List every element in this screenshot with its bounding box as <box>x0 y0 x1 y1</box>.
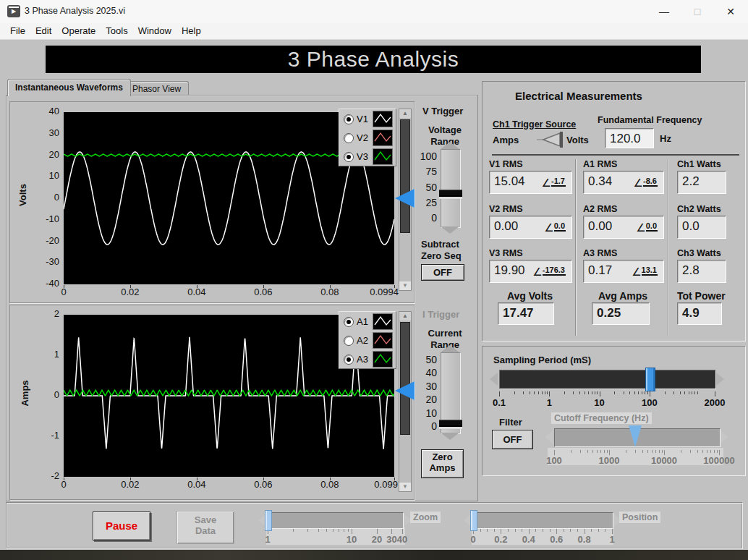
menu-item-window[interactable]: Window <box>138 23 171 38</box>
x-tick: 0 <box>61 479 66 490</box>
legend-line-sample[interactable] <box>373 111 393 127</box>
chart-scrollbar[interactable]: ▲▼ <box>399 311 412 492</box>
scroll-down-icon[interactable]: ▼ <box>399 483 411 491</box>
sampling-period-slider-thumb[interactable] <box>645 368 655 391</box>
tab-phasor-view[interactable]: Phasor View <box>124 81 189 96</box>
minor-tick <box>607 450 608 453</box>
minor-tick <box>597 391 598 394</box>
menu-item-tools[interactable]: Tools <box>106 23 127 38</box>
meas-value-box: 0.00∠0.0 <box>489 216 572 239</box>
x-tick: 0.04 <box>187 479 205 490</box>
sampling-period-slider-track[interactable] <box>499 370 716 389</box>
legend-line-sample[interactable] <box>373 332 393 349</box>
x-tick: 0.06 <box>254 479 272 490</box>
minor-tick <box>597 450 598 453</box>
legend-label: A1 <box>357 316 368 327</box>
slider-left-arrow[interactable] <box>490 373 498 386</box>
cutoff-frequency-slider-thumb[interactable] <box>629 425 642 447</box>
angle-value: -8.6 <box>643 177 658 187</box>
save-data-button[interactable]: Save Data <box>177 511 234 544</box>
x-tick: 0.06 <box>254 287 272 297</box>
title-bar: ▶ 3 Phase Analysis 2025.vi — □ ✕ <box>0 0 748 23</box>
slider-down-arrow[interactable] <box>441 433 459 440</box>
legend-radio-a3[interactable] <box>344 355 354 365</box>
meas-value: 0.34 <box>588 174 612 189</box>
slider-up-arrow[interactable] <box>441 345 459 352</box>
minor-tick <box>580 450 581 453</box>
trigger-source-volts-label: Volts <box>566 135 589 145</box>
scroll-down-icon[interactable]: ▼ <box>399 281 411 290</box>
legend-current: A1A2A3 <box>339 311 396 369</box>
legend-line-sample[interactable] <box>373 130 393 146</box>
trigger-cursor-voltage[interactable] <box>395 189 415 208</box>
minor-tick <box>647 450 648 453</box>
slider-tick-label: 2000 <box>705 397 726 408</box>
close-button[interactable]: ✕ <box>714 0 747 23</box>
slider-tick-label: 100000 <box>703 455 734 466</box>
scroll-up-icon[interactable]: ▲ <box>399 109 411 118</box>
zero-amps-button[interactable]: Zero Amps <box>421 449 464 478</box>
trigger-source-switch[interactable] <box>532 130 566 149</box>
slider-up-arrow[interactable] <box>441 142 459 149</box>
position-slider-label: Position <box>619 512 660 523</box>
slider-down-arrow[interactable] <box>441 226 459 234</box>
measurements-col-divider-2 <box>668 159 668 336</box>
legend-radio-v3[interactable] <box>344 152 354 162</box>
scrollbar-thumb[interactable] <box>400 119 410 233</box>
slider-right-arrow[interactable] <box>716 373 724 386</box>
trigger-cursor-current[interactable] <box>395 381 415 400</box>
menu-item-file[interactable]: File <box>10 23 25 38</box>
meas-value-box: 15.04∠-1.7 <box>489 171 572 194</box>
y-tick: 20 <box>27 149 59 160</box>
meas-value: 19.90 <box>494 263 525 278</box>
slider-scale-label: 20 <box>417 394 437 405</box>
menu-item-help[interactable]: Help <box>182 23 201 38</box>
menu-item-operate[interactable]: Operate <box>61 23 95 38</box>
slider-thumb[interactable] <box>439 420 462 429</box>
legend-radio-a2[interactable] <box>344 336 354 346</box>
v-trigger-label: V Trigger <box>422 106 463 116</box>
maximize-button[interactable]: □ <box>681 0 714 23</box>
minor-tick <box>588 391 589 394</box>
minor-tick <box>673 391 674 394</box>
avg-value-box: 17.47 <box>498 302 554 325</box>
scroll-up-icon[interactable]: ▲ <box>399 312 411 321</box>
trace-a3 <box>64 390 394 396</box>
filter-off-button[interactable]: OFF <box>492 430 533 449</box>
slider-right-arrow[interactable] <box>721 430 728 444</box>
tab-instantaneous-waveforms[interactable]: Instantaneous Waveforms <box>7 79 131 96</box>
minor-tick <box>642 450 643 453</box>
legend-line-sample[interactable] <box>373 313 393 330</box>
angle-value: 13.1 <box>642 266 658 276</box>
menu-item-edit[interactable]: Edit <box>35 23 51 38</box>
slider-thumb[interactable] <box>439 190 462 199</box>
y-tick: 1 <box>27 349 59 360</box>
legend-radio-v1[interactable] <box>344 114 354 124</box>
y-tick: -10 <box>27 213 59 224</box>
minor-tick <box>714 450 715 453</box>
slider-track[interactable] <box>441 149 461 228</box>
major-tick <box>549 391 550 396</box>
legend-line-sample[interactable] <box>373 148 393 165</box>
subtract-zero-seq-off-button[interactable]: OFF <box>421 264 464 281</box>
meas-label: V2 RMS <box>489 204 523 214</box>
legend-line-sample[interactable] <box>373 351 393 368</box>
slider-tick-label: 1000 <box>599 455 620 466</box>
minor-tick <box>662 450 663 453</box>
legend-radio-a1[interactable] <box>344 317 354 327</box>
legend-label: V3 <box>357 151 368 162</box>
y-tick: -40 <box>27 278 59 289</box>
legend-row: A2 <box>339 331 396 349</box>
meas-angle: ∠-8.6 <box>634 177 658 190</box>
meas-value-box: 0.34∠-8.6 <box>583 171 664 194</box>
fundamental-frequency-value-box: 120.0 <box>605 128 654 148</box>
minimize-button[interactable]: — <box>647 0 681 23</box>
slider-left-arrow[interactable] <box>545 430 553 444</box>
meas-value-box: 19.90∠-176.3 <box>489 260 572 283</box>
scrollbar-thumb[interactable] <box>400 322 410 435</box>
major-tick <box>554 450 555 455</box>
y-tick: -1 <box>27 430 59 441</box>
pause-button[interactable]: Pause <box>93 512 150 540</box>
legend-radio-v2[interactable] <box>344 133 354 143</box>
meas-value: 15.04 <box>494 174 525 189</box>
